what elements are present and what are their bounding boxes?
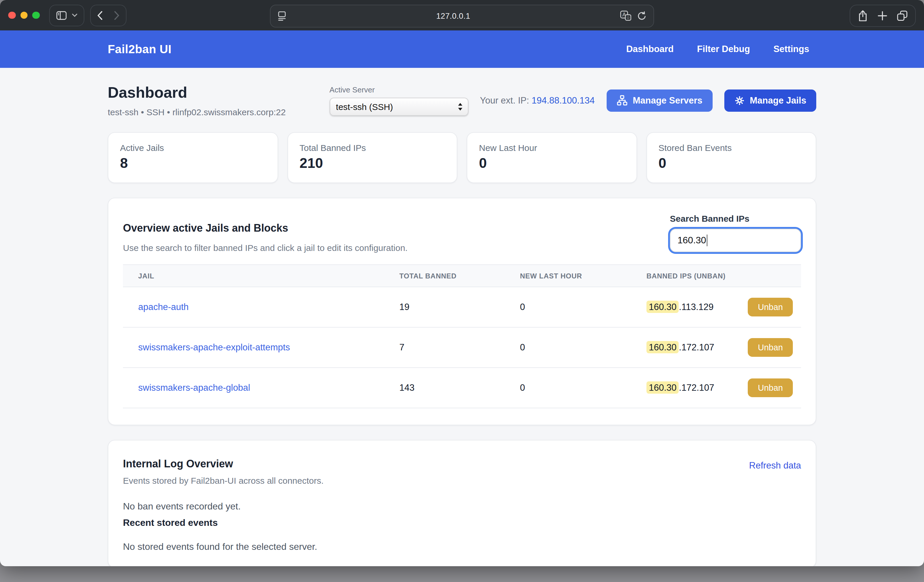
active-server-select[interactable]: test-ssh (SSH) [329,97,468,115]
banned-ip: 160.30.172.107 [647,383,714,393]
jails-table: JAIL TOTAL BANNED NEW LAST HOUR BANNED I… [123,265,801,408]
manage-jails-button[interactable]: Manage Jails [724,89,816,112]
ip-highlight: 160.30 [647,301,679,313]
stat-card-stored-ban-events: Stored Ban Events 0 [646,132,816,183]
ip-highlight: 160.30 [647,341,679,353]
sidebar-toggle[interactable] [49,4,84,26]
nav-settings[interactable]: Settings [774,44,809,54]
browser-chrome: 127.0.0.1 A ☆ [0,0,924,30]
text-cursor [707,235,708,246]
log-title: Internal Log Overview [123,458,323,470]
new-tab-icon[interactable] [878,11,887,20]
page-content: Dashboard test-ssh • SSH • rlinfp02.swis… [108,84,816,566]
toolbar-right [850,4,916,26]
unban-button[interactable]: Unban [748,378,793,397]
external-ip-value[interactable]: 194.88.100.134 [532,95,595,105]
unban-button[interactable]: Unban [748,338,793,357]
page-title: Dashboard [108,84,286,102]
jail-link[interactable]: swissmakers-apache-global [138,383,250,393]
overview-title: Overview active Jails and Blocks [123,222,408,235]
stat-card-total-banned: Total Banned IPs 210 [287,132,457,183]
nav-links: Dashboard Filter Debug Settings [626,44,809,54]
screen: 127.0.0.1 A ☆ [0,0,924,582]
gear-icon [734,95,744,105]
back-icon[interactable] [97,11,102,20]
address-bar[interactable]: 127.0.0.1 A ☆ [270,4,654,27]
search-label: Search Banned IPs [670,214,801,224]
external-ip: Your ext. IP: 194.88.100.134 [480,95,595,105]
search-input[interactable]: 160.30 [670,229,801,252]
no-stored-events-text: No stored events found for the selected … [123,542,801,552]
internal-log-card: Internal Log Overview Events stored by F… [108,440,816,566]
ip-highlight: 160.30 [647,381,679,394]
nav-filter-debug[interactable]: Filter Debug [697,44,750,54]
fullscreen-button[interactable] [32,12,40,19]
reload-icon[interactable] [637,11,647,21]
log-description: Events stored by Fail2ban-UI across all … [123,475,323,485]
app-navbar: Fail2ban UI Dashboard Filter Debug Setti… [0,30,924,68]
total-banned-cell: 143 [384,383,505,393]
svg-text:☆: ☆ [626,15,630,20]
url-text[interactable]: 127.0.0.1 [286,12,620,20]
new-last-hour-cell: 0 [505,383,631,393]
no-ban-events-text: No ban events recorded yet. [123,501,801,512]
browser-window: 127.0.0.1 A ☆ [0,0,924,566]
window-controls [8,12,40,19]
total-banned-cell: 7 [384,342,505,353]
app-brand[interactable]: Fail2ban UI [108,43,172,56]
minimize-button[interactable] [20,12,28,19]
share-icon[interactable] [858,10,868,21]
banned-ip: 160.30.113.129 [647,302,713,312]
history-nav [90,4,126,26]
table-header: JAIL TOTAL BANNED NEW LAST HOUR BANNED I… [123,265,801,287]
translate-icon[interactable]: A ☆ [620,10,631,21]
page-subtitle: test-ssh • SSH • rlinfp02.swissmakers.co… [108,107,286,117]
banned-ip: 160.30.172.107 [647,342,714,353]
overview-description: Use the search to filter banned IPs and … [123,243,408,253]
sidebar-icon [56,11,66,20]
table-row: swissmakers-apache-global 143 0 160.30.1… [123,368,801,408]
manage-servers-button[interactable]: Manage Servers [606,89,712,112]
new-last-hour-cell: 0 [505,342,631,353]
dashboard-header: Dashboard test-ssh • SSH • rlinfp02.swis… [108,84,816,117]
jail-link[interactable]: apache-auth [138,302,188,312]
select-stepper-icon [458,103,462,110]
page-format-icon[interactable] [277,11,286,21]
stat-card-active-jails: Active Jails 8 [108,132,278,183]
sitemap-icon [616,95,627,106]
stat-cards: Active Jails 8 Total Banned IPs 210 New … [108,132,816,183]
new-last-hour-cell: 0 [505,302,631,312]
recent-stored-events-title: Recent stored events [123,518,801,528]
tabs-overview-icon[interactable] [897,10,908,21]
total-banned-cell: 19 [384,302,505,312]
overview-card: Overview active Jails and Blocks Use the… [108,198,816,425]
forward-icon[interactable] [114,11,119,20]
close-button[interactable] [8,12,15,19]
active-server-label: Active Server [329,85,468,94]
stat-card-new-last-hour: New Last Hour 0 [467,132,637,183]
table-row: apache-auth 19 0 160.30.113.129 Unban [123,287,801,327]
table-row: swissmakers-apache-exploit-attempts 7 0 … [123,327,801,368]
refresh-data-link[interactable]: Refresh data [749,460,801,471]
jail-link[interactable]: swissmakers-apache-exploit-attempts [138,342,290,352]
nav-dashboard[interactable]: Dashboard [626,44,674,54]
chevron-down-icon [72,13,77,17]
unban-button[interactable]: Unban [748,298,793,316]
